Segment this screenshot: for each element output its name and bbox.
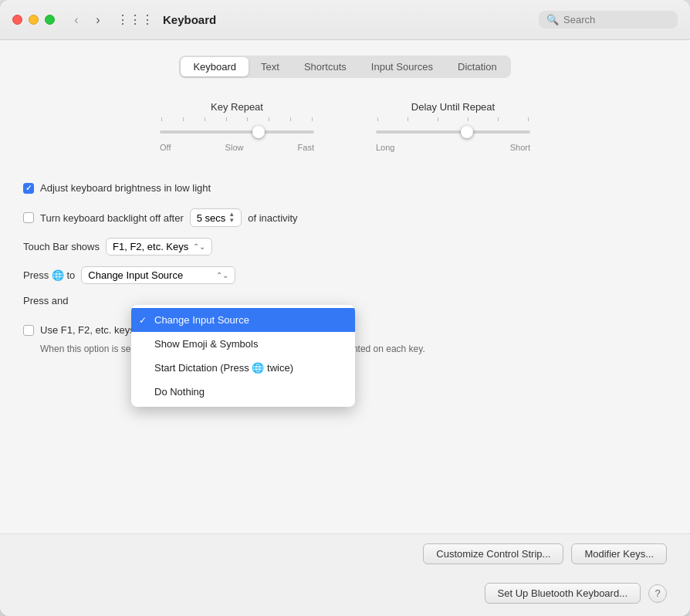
dropdown-item-show-emoji[interactable]: Show Emoji & Symbols bbox=[131, 332, 355, 356]
traffic-lights bbox=[12, 15, 55, 25]
tick bbox=[408, 117, 408, 121]
tab-text[interactable]: Text bbox=[249, 57, 292, 76]
tick bbox=[290, 117, 291, 121]
key-repeat-labels: Off Slow Fast bbox=[160, 143, 314, 152]
bottom-bar-1: Customize Control Strip... Modifier Keys… bbox=[0, 533, 690, 574]
app-grid-button[interactable]: ⋮⋮⋮ bbox=[113, 9, 157, 30]
press-globe-value: Change Input Source bbox=[88, 269, 183, 281]
backlight-duration-value: 5 secs bbox=[197, 212, 226, 224]
backlight-row: Turn keyboard backlight off after 5 secs… bbox=[23, 208, 667, 227]
delay-long-label: Long bbox=[376, 143, 394, 152]
delay-repeat-input[interactable] bbox=[376, 130, 530, 134]
tick bbox=[247, 117, 248, 121]
settings-rows: Adjust keyboard brightness in low light … bbox=[23, 178, 667, 356]
sliders-section: Key Repeat Off S bbox=[23, 93, 667, 160]
search-box[interactable]: 🔍 bbox=[539, 11, 678, 29]
dropdown-item-change-input[interactable]: ✓ Change Input Source bbox=[131, 308, 355, 332]
brightness-label: Adjust keyboard brightness in low light bbox=[40, 182, 211, 194]
modifier-keys-button[interactable]: Modifier Keys... bbox=[571, 543, 667, 564]
dropdown-item-do-nothing[interactable]: Do Nothing bbox=[131, 380, 355, 404]
dropdown-item-label: Start Dictation (Press 🌐 twice) bbox=[154, 362, 293, 374]
key-repeat-input[interactable] bbox=[160, 130, 314, 134]
touch-bar-value: F1, F2, etc. Keys bbox=[113, 241, 188, 252]
backlight-label: Turn keyboard backlight off after bbox=[40, 212, 184, 224]
brightness-checkbox[interactable] bbox=[23, 183, 34, 194]
delay-repeat-label: Delay Until Repeat bbox=[411, 101, 495, 113]
touch-bar-label: Touch Bar shows bbox=[23, 241, 100, 252]
tick bbox=[183, 117, 184, 121]
delay-repeat-slider-group: Delay Until Repeat Long Short bbox=[376, 101, 530, 152]
touch-bar-select[interactable]: F1, F2, etc. Keys ⌃⌄ bbox=[106, 238, 212, 256]
dropdown-item-label: Change Input Source bbox=[154, 314, 249, 326]
forward-button[interactable]: › bbox=[89, 11, 107, 29]
fn-keys-checkbox[interactable] bbox=[23, 325, 34, 336]
touch-bar-dropdown-icon: ⌃⌄ bbox=[193, 242, 205, 251]
key-repeat-off-label: Off bbox=[160, 143, 171, 152]
nav-arrows: ‹ › bbox=[67, 11, 107, 29]
backlight-suffix: of inactivity bbox=[248, 212, 297, 224]
content-area: Keyboard Text Shortcuts Input Sources Di… bbox=[0, 40, 690, 533]
tick bbox=[498, 117, 499, 121]
key-repeat-slider-group: Key Repeat Off S bbox=[160, 101, 314, 152]
tick bbox=[528, 117, 529, 121]
delay-repeat-ticks bbox=[376, 117, 530, 121]
key-repeat-ticks bbox=[160, 117, 314, 121]
delay-repeat-track bbox=[376, 117, 530, 137]
bluetooth-keyboard-button[interactable]: Set Up Bluetooth Keyboard... bbox=[485, 583, 641, 604]
dropdown-item-start-dictation[interactable]: Start Dictation (Press 🌐 twice) bbox=[131, 356, 355, 380]
delay-short-label: Short bbox=[510, 143, 530, 152]
bottom-bar-2: Set Up Bluetooth Keyboard... ? bbox=[0, 574, 690, 616]
press-globe-dropdown-icon: ⌃⌄ bbox=[216, 271, 228, 279]
tab-shortcuts[interactable]: Shortcuts bbox=[292, 57, 359, 76]
stepper-down-icon: ▼ bbox=[228, 218, 235, 224]
brightness-row: Adjust keyboard brightness in low light bbox=[23, 182, 667, 194]
window-title: Keyboard bbox=[163, 13, 216, 26]
tick bbox=[205, 117, 205, 121]
titlebar: ‹ › ⋮⋮⋮ Keyboard 🔍 bbox=[0, 0, 690, 40]
stepper-arrows: ▲ ▼ bbox=[228, 212, 235, 224]
tab-dictation[interactable]: Dictation bbox=[445, 57, 509, 76]
dropdown-menu: ✓ Change Input Source Show Emoji & Symbo… bbox=[131, 305, 355, 407]
search-input[interactable] bbox=[563, 14, 670, 25]
help-button[interactable]: ? bbox=[648, 584, 667, 603]
press-globe-row: Press 🌐 to Change Input Source ⌃⌄ ✓ Chan… bbox=[23, 266, 667, 284]
tabs-container: Keyboard Text Shortcuts Input Sources Di… bbox=[23, 56, 667, 78]
maximize-button[interactable] bbox=[45, 15, 55, 25]
key-repeat-track bbox=[160, 117, 314, 137]
dropdown-item-label: Show Emoji & Symbols bbox=[154, 338, 258, 350]
close-button[interactable] bbox=[12, 15, 22, 25]
press-and-label: Press and bbox=[23, 295, 69, 306]
tick bbox=[377, 117, 378, 121]
tick bbox=[269, 117, 269, 121]
customize-strip-button[interactable]: Customize Control Strip... bbox=[423, 543, 563, 564]
delay-repeat-labels: Long Short bbox=[376, 143, 530, 152]
search-icon: 🔍 bbox=[546, 14, 559, 25]
minimize-button[interactable] bbox=[29, 15, 39, 25]
tabs: Keyboard Text Shortcuts Input Sources Di… bbox=[179, 56, 510, 78]
checkmark-icon: ✓ bbox=[139, 315, 147, 326]
key-repeat-fast-label: Fast bbox=[298, 143, 314, 152]
dropdown-item-label: Do Nothing bbox=[154, 386, 205, 398]
tick bbox=[312, 117, 313, 121]
touch-bar-row: Touch Bar shows F1, F2, etc. Keys ⌃⌄ bbox=[23, 238, 667, 256]
key-repeat-label: Key Repeat bbox=[211, 101, 263, 113]
press-globe-select[interactable]: Change Input Source ⌃⌄ bbox=[81, 266, 235, 284]
backlight-checkbox[interactable] bbox=[23, 212, 34, 223]
tick bbox=[468, 117, 468, 121]
tick bbox=[226, 117, 227, 121]
backlight-stepper[interactable]: 5 secs ▲ ▼ bbox=[190, 208, 242, 227]
back-button[interactable]: ‹ bbox=[67, 11, 86, 29]
press-globe-label: Press 🌐 to bbox=[23, 269, 75, 281]
tab-keyboard[interactable]: Keyboard bbox=[181, 57, 249, 76]
tab-input-sources[interactable]: Input Sources bbox=[359, 57, 445, 76]
key-repeat-slow-label: Slow bbox=[225, 143, 244, 152]
tick bbox=[161, 117, 162, 121]
tick bbox=[438, 117, 438, 121]
keyboard-window: ‹ › ⋮⋮⋮ Keyboard 🔍 Keyboard Text Shortcu… bbox=[0, 0, 690, 616]
